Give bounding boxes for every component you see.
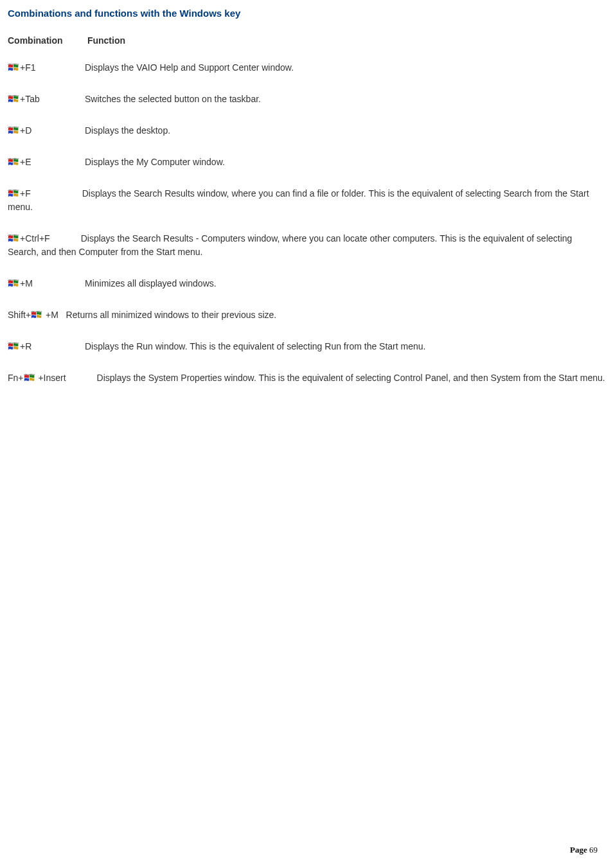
function-cell: Minimizes all displayed windows. — [85, 278, 217, 288]
function-cell: Displays the Run window. This is the equ… — [85, 341, 425, 351]
function-cell: Displays the System Properties window. T… — [97, 373, 605, 383]
combo-suffix: +E — [20, 157, 31, 167]
combo-suffix: +Ctrl+F — [20, 233, 50, 244]
windows-key-icon — [8, 234, 19, 244]
function-cell: Displays the My Computer window. — [85, 157, 225, 167]
combo-suffix: +F1 — [20, 62, 36, 73]
function-cell: Switches the selected button on the task… — [85, 94, 261, 104]
windows-key-icon — [8, 94, 19, 104]
table-row: Fn+ +InsertDisplays the System Propertie… — [8, 371, 605, 385]
table-row: +MMinimizes all displayed windows. — [8, 277, 605, 290]
table-row: +TabSwitches the selected button on the … — [8, 93, 605, 106]
function-cell: Displays the Search Results - Computers … — [8, 233, 572, 257]
table-row: Shift+ +M Returns all minimized windows … — [8, 308, 605, 322]
windows-key-icon — [8, 126, 19, 136]
combination-cell: +M — [8, 277, 85, 290]
windows-key-icon — [8, 63, 19, 73]
windows-key-icon — [8, 342, 19, 351]
combination-cell: +Tab — [8, 93, 85, 106]
function-cell: Displays the desktop. — [85, 125, 170, 136]
table-row: +F1Displays the VAIO Help and Support Ce… — [8, 61, 605, 75]
combination-cell: +F1 — [8, 61, 85, 75]
combo-suffix: +Tab — [20, 94, 40, 104]
page-title: Combinations and functions with the Wind… — [8, 8, 605, 19]
combo-suffix: +Insert — [36, 373, 66, 383]
combo-prefix: Fn+ — [8, 373, 24, 383]
windows-key-icon — [8, 189, 19, 199]
windows-key-icon — [8, 279, 19, 288]
windows-key-icon — [24, 373, 35, 383]
combo-suffix: +M — [20, 278, 33, 288]
table-row: +Ctrl+FDisplays the Search Results - Com… — [8, 232, 605, 259]
combo-suffix: +R — [20, 341, 31, 351]
function-cell: Displays the VAIO Help and Support Cente… — [85, 62, 294, 73]
windows-key-icon — [8, 157, 19, 167]
combo-suffix: +F — [20, 188, 31, 199]
windows-key-icon — [31, 310, 42, 320]
header-function: Function — [87, 35, 125, 46]
combination-cell: +E — [8, 155, 85, 169]
table-row: +EDisplays the My Computer window. — [8, 155, 605, 169]
combination-cell: +D — [8, 124, 85, 137]
header-combination: Combination — [8, 35, 85, 46]
table-header-row: Combination Function — [8, 35, 605, 46]
function-cell: Displays the Search Results window, wher… — [8, 188, 589, 212]
combo-suffix: +M — [43, 310, 58, 320]
combination-cell: +R — [8, 340, 85, 353]
combo-suffix: +D — [20, 125, 31, 136]
table-row: +RDisplays the Run window. This is the e… — [8, 340, 605, 353]
function-cell: Returns all minimized windows to their p… — [66, 310, 277, 320]
table-row: +FDisplays the Search Results window, wh… — [8, 187, 605, 214]
table-row: +DDisplays the desktop. — [8, 124, 605, 137]
combo-prefix: Shift+ — [8, 310, 31, 320]
